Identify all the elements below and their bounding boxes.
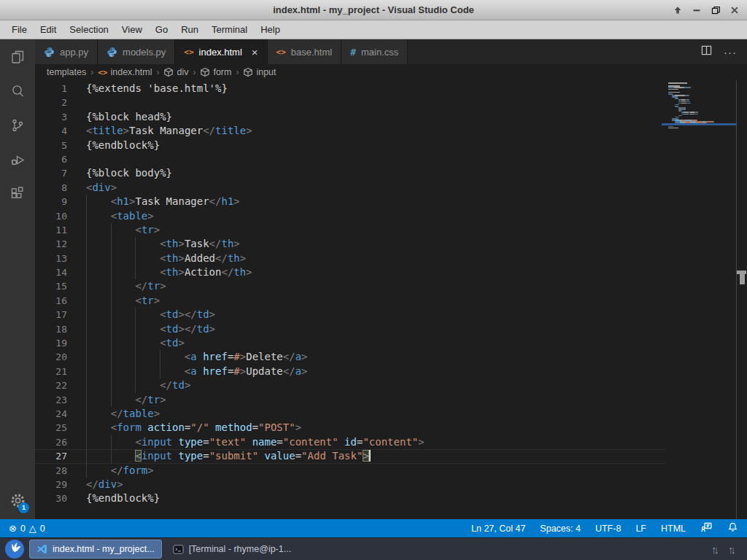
code-line[interactable]: 25 <form action="/" method="POST">: [35, 421, 665, 435]
code-line[interactable]: 20 <a href=#>Delete</a>: [35, 350, 665, 364]
tab-app.py[interactable]: app.py: [35, 39, 98, 64]
code-line[interactable]: 1{%extends 'base.html'%}: [35, 82, 665, 96]
shade-button[interactable]: [671, 4, 684, 16]
code-line[interactable]: 8<div>: [35, 181, 665, 195]
code-line[interactable]: 11 <tr>: [35, 223, 665, 237]
menu-go[interactable]: Go: [149, 20, 174, 39]
line-content: <td></td>: [86, 308, 215, 322]
taskbar-task-1[interactable]: index.html - my_project...: [29, 540, 162, 559]
window-controls: [671, 4, 747, 16]
indent-guide: [86, 209, 87, 223]
code-line[interactable]: 10 <table>: [35, 209, 665, 223]
indent-guide: [86, 237, 87, 251]
code-line[interactable]: 26 <input type="text" name="content" id=…: [35, 435, 665, 449]
code-line[interactable]: 29</div>: [35, 478, 665, 491]
breadcrumb[interactable]: templates›<>index.html›div›form›input: [35, 64, 747, 80]
bell-button[interactable]: [727, 521, 738, 535]
tab-main.css[interactable]: #main.css: [341, 39, 408, 64]
more-actions-button[interactable]: ···: [724, 46, 737, 58]
minimap[interactable]: [668, 82, 735, 129]
line-content: </table>: [86, 407, 160, 421]
line-number: 18: [35, 322, 67, 336]
indentation[interactable]: Spaces: 4: [540, 524, 581, 534]
activitybar-explorer[interactable]: [0, 39, 35, 74]
code-line[interactable]: 9 <h1>Task Manager</h1>: [35, 195, 665, 209]
menu-view[interactable]: View: [115, 20, 149, 39]
line-number: 17: [35, 308, 67, 322]
line-content: <form action="/" method="POST">: [86, 421, 301, 435]
close-button[interactable]: [728, 4, 740, 16]
code-line[interactable]: 17 <td></td>: [35, 308, 665, 322]
activitybar-search[interactable]: [0, 74, 35, 108]
encoding[interactable]: UTF-8: [595, 524, 621, 534]
feedback-icon: [700, 521, 713, 533]
menu-help[interactable]: Help: [254, 20, 287, 39]
problems-summary[interactable]: ⊗0△0: [9, 523, 45, 534]
indent-guide: [135, 265, 136, 279]
code-line[interactable]: 24 </table>: [35, 407, 665, 421]
code-area[interactable]: 1{%extends 'base.html'%}23{%block head%}…: [35, 82, 665, 506]
line-number: 23: [35, 393, 67, 407]
breadcrumb-item-form[interactable]: form: [200, 67, 231, 77]
activitybar-source-control[interactable]: [0, 108, 35, 142]
menu-selection[interactable]: Selection: [63, 20, 115, 39]
code-line[interactable]: 15 </tr>: [35, 279, 665, 293]
line-content: <th>Task</th>: [86, 237, 240, 251]
code-line[interactable]: 21 <a href=#>Update</a>: [35, 365, 665, 378]
menu-run[interactable]: Run: [174, 20, 205, 39]
menu-terminal[interactable]: Terminal: [205, 20, 254, 39]
indent-guide: [86, 393, 87, 407]
indent-guide: [86, 378, 87, 392]
settings-button[interactable]: 1: [0, 485, 35, 516]
feedback-button[interactable]: [700, 521, 713, 535]
code-line[interactable]: 12 <th>Task</th>: [35, 237, 665, 251]
language-mode[interactable]: HTML: [661, 524, 686, 534]
tab-label: base.html: [291, 47, 332, 58]
code-line[interactable]: 22 </td>: [35, 378, 665, 392]
code-line[interactable]: 4<title>Task Manager</title>: [35, 124, 665, 138]
activitybar-run-debug[interactable]: [0, 142, 35, 176]
code-line[interactable]: 28 </form>: [35, 464, 665, 478]
line-content: <th>Added</th>: [86, 252, 246, 265]
code-line[interactable]: 18 <td></td>: [35, 322, 665, 336]
overview-ruler[interactable]: [736, 80, 747, 519]
code-line[interactable]: 14 <th>Action</th>: [35, 265, 665, 279]
cursor-position[interactable]: Ln 27, Col 47: [471, 524, 525, 534]
line-number: 5: [35, 139, 67, 152]
code-line[interactable]: 2: [35, 96, 665, 109]
code-line[interactable]: 19 <td>: [35, 336, 665, 350]
app-launcher-button[interactable]: [5, 540, 24, 559]
code-line[interactable]: 23 </tr>: [35, 393, 665, 407]
split-editor-button[interactable]: [701, 45, 712, 58]
breadcrumb-item-div[interactable]: div: [163, 67, 188, 77]
code-line[interactable]: 27 <input type="submit" value="Add Task"…: [35, 449, 665, 463]
editor[interactable]: 1{%extends 'base.html'%}23{%block head%}…: [35, 80, 747, 519]
network-traffic-icon[interactable]: ↑↓: [711, 543, 719, 556]
tab-models.py[interactable]: models.py: [98, 39, 175, 64]
breadcrumb-item-input[interactable]: input: [243, 67, 276, 77]
maximize-button[interactable]: [709, 4, 721, 16]
line-content: {%block body%}: [86, 166, 172, 180]
activity-bar: 1: [0, 39, 35, 519]
menu-file[interactable]: File: [5, 20, 34, 39]
code-line[interactable]: 7{%block body%}: [35, 166, 665, 180]
tab-index.html[interactable]: <>index.html×: [175, 39, 267, 64]
code-line[interactable]: 16 <tr>: [35, 294, 665, 308]
line-content: {%extends 'base.html'%}: [86, 82, 228, 96]
menu-edit[interactable]: Edit: [34, 20, 63, 39]
eol-sequence[interactable]: LF: [635, 524, 646, 534]
code-line[interactable]: 30{%endblock%}: [35, 491, 665, 505]
code-line[interactable]: 3{%block head%}: [35, 110, 665, 124]
breadcrumb-item-templates[interactable]: templates: [47, 67, 86, 77]
network-traffic-icon[interactable]: ↑↓: [728, 543, 736, 556]
code-line[interactable]: 5{%endblock%}: [35, 139, 665, 152]
breadcrumb-item-index.html[interactable]: <>index.html: [98, 67, 152, 77]
close-icon[interactable]: ×: [252, 47, 258, 58]
minimize-button[interactable]: [690, 4, 703, 16]
activitybar-extensions[interactable]: [0, 176, 35, 211]
taskbar-task-2[interactable]: [Terminal - rhyme@ip-1...: [166, 540, 298, 559]
code-line[interactable]: 13 <th>Added</th>: [35, 252, 665, 265]
code-line[interactable]: 6: [35, 152, 665, 166]
indent-guide: [86, 322, 87, 336]
tab-base.html[interactable]: <>base.html: [268, 39, 342, 64]
